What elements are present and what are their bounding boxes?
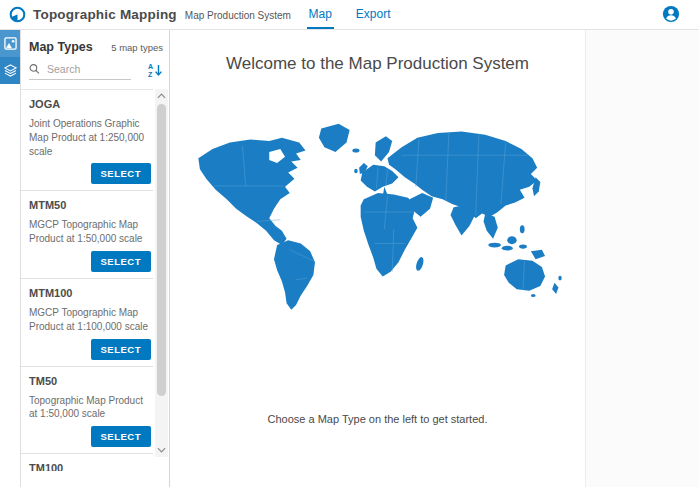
action-bar: [0, 30, 21, 487]
map-type-actions: SELECT: [29, 426, 151, 447]
action-bar-group: [0, 30, 20, 84]
map-type-count: 5 map types: [111, 42, 163, 53]
sort-az-button[interactable]: A Z: [147, 62, 163, 80]
sidebar-search-row: A Z: [21, 60, 169, 89]
select-button[interactable]: SELECT: [91, 163, 151, 184]
map-type-description: Topographic Map Product at 1:50,000 scal…: [29, 394, 151, 422]
app-header: Topographic Mapping Map Production Syste…: [0, 0, 699, 30]
map-types-panel-button[interactable]: [0, 30, 20, 57]
sidebar-header: Map Types 5 map types: [21, 30, 169, 60]
map-type-description: Joint Operations Graphic Map Product at …: [29, 117, 151, 158]
welcome-panel: Welcome to the Map Production System: [170, 30, 586, 487]
map-panel-icon: [4, 37, 17, 50]
welcome-title: Welcome to the Map Production System: [170, 54, 585, 74]
scroll-up-icon[interactable]: [155, 89, 168, 103]
sidebar-title: Map Types: [29, 40, 93, 54]
map-type-card: MTM100 MGCP Topographic Map Product at 1…: [21, 279, 153, 367]
app-subtitle: Map Production System: [185, 8, 291, 21]
map-type-title: MTM100: [29, 287, 151, 299]
map-type-card: TM50 Topographic Map Product at 1:50,000…: [21, 367, 153, 455]
map-type-title: JOGA: [29, 98, 151, 110]
scroll-down-icon[interactable]: [155, 443, 168, 457]
map-type-description: MGCP Topographic Map Product at 1:100,00…: [29, 306, 151, 334]
map-type-list-viewport: JOGA Joint Operations Graphic Map Produc…: [21, 89, 169, 487]
map-type-actions: SELECT: [29, 163, 151, 184]
search-box[interactable]: [29, 62, 131, 80]
select-button[interactable]: SELECT: [91, 251, 151, 272]
map-type-description: MGCP Topographic Map Product at 1:50,000…: [29, 218, 151, 246]
scrollbar-thumb[interactable]: [157, 104, 166, 396]
user-avatar-icon[interactable]: [662, 5, 680, 23]
search-input[interactable]: [45, 62, 131, 76]
sort-az-icon: A Z: [147, 62, 163, 78]
map-type-card: JOGA Joint Operations Graphic Map Produc…: [21, 90, 153, 191]
select-button[interactable]: SELECT: [91, 426, 151, 447]
nav-tab-map[interactable]: Map: [306, 0, 333, 29]
sidebar-scrollbar[interactable]: [155, 89, 168, 457]
map-type-actions: SELECT: [29, 251, 151, 272]
layers-icon: [4, 64, 17, 77]
app-body: Map Types 5 map types A Z: [0, 30, 699, 487]
app-brand: Topographic Mapping Map Production Syste…: [0, 6, 291, 23]
app-title: Topographic Mapping: [33, 7, 177, 22]
map-types-sidebar: Map Types 5 map types A Z: [21, 30, 170, 487]
nav-tab-export[interactable]: Export: [354, 0, 393, 29]
map-type-card: TM100 SELECT: [21, 454, 153, 471]
main-area: Welcome to the Map Production System: [170, 30, 699, 487]
svg-text:Z: Z: [148, 71, 153, 78]
map-wrap: [170, 111, 585, 316]
search-icon: [29, 63, 40, 75]
map-type-list: JOGA Joint Operations Graphic Map Produc…: [21, 89, 153, 471]
map-type-card: MTM50 MGCP Topographic Map Product at 1:…: [21, 191, 153, 279]
world-map-graphic: [181, 111, 575, 316]
map-type-title: MTM50: [29, 199, 151, 211]
select-button[interactable]: SELECT: [91, 339, 151, 360]
top-nav: Map Export: [306, 0, 392, 29]
svg-text:A: A: [148, 63, 153, 70]
map-type-actions: SELECT: [29, 339, 151, 360]
map-type-title: TM100: [29, 462, 151, 471]
globe-icon: [9, 6, 26, 23]
helper-text: Choose a Map Type on the left to get sta…: [170, 413, 585, 425]
layers-panel-button[interactable]: [0, 57, 20, 84]
map-type-title: TM50: [29, 375, 151, 387]
